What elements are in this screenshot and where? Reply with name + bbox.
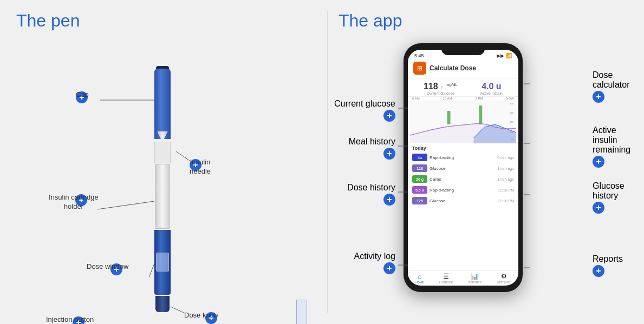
activity-item-5: 125 Glucose 12:10 PM	[408, 195, 518, 206]
today-label: Today	[408, 143, 518, 152]
reports-label: Reports +	[593, 254, 641, 277]
glucose-history-label: Glucosehistory +	[593, 181, 641, 214]
svg-text:300: 300	[510, 111, 514, 114]
pen-cap-body	[154, 69, 171, 139]
activity-item-4: 5.5 u Rapid-acting 12:10 PM	[408, 184, 518, 195]
dose-knob-label: Dose knob +	[184, 311, 238, 324]
pen-cartridge-inner	[296, 300, 307, 324]
dose-calculator-plus[interactable]: +	[593, 91, 604, 103]
current-glucose-plus[interactable]: +	[383, 110, 395, 122]
pen-cartridge	[155, 164, 170, 229]
badge-3: 20 g	[412, 175, 427, 183]
svg-text:200: 200	[510, 121, 514, 123]
status-icons: ▶▶ 📶	[497, 53, 512, 58]
activity-time-3: 1 min ago	[497, 177, 514, 181]
reports-text: Reports	[593, 254, 623, 263]
reports-icon: 📊	[471, 273, 479, 280]
activity-name-1: Rapid-acting	[430, 155, 495, 160]
injection-button-label: Injection button +	[46, 315, 111, 324]
activity-name-3: Carbs	[430, 177, 495, 182]
activity-item-2: 118 Glucose 1 min ago	[408, 163, 518, 174]
active-insulin-text: Activeinsulinremaining	[593, 125, 630, 154]
dose-history-plus[interactable]: +	[383, 194, 395, 206]
badge-2: 118	[412, 164, 427, 172]
current-glucose-display: 118 ↑ mg/dL Current Glucose	[424, 82, 458, 95]
activity-name-2: Glucose	[430, 166, 495, 171]
pen-knob-visual	[155, 296, 170, 312]
glucose-value: 118 ↑ mg/dL	[424, 82, 458, 91]
badge-1: 4u	[412, 154, 427, 161]
reports-plus[interactable]: +	[593, 265, 604, 277]
activity-log-label-text: Activity log	[354, 252, 395, 261]
activity-time-1: 0 min ago	[497, 156, 514, 160]
svg-text:400: 400	[510, 102, 514, 105]
activity-time-2: 1 min ago	[497, 167, 514, 170]
today-section: Today 4u Rapid-acting 0 min ago 118 Gluc…	[408, 143, 518, 270]
phone-wrapper: 5:45 ▶▶ 📶 ⊞ Calculate Dose 118 ↑ mg/dL	[404, 43, 523, 292]
dose-calculator-label: Dosecalculator +	[593, 70, 641, 103]
chart-area: 400 300 200 100 40	[410, 100, 516, 143]
logbook-icon: ☰	[443, 273, 449, 280]
badge-4: 5.5 u	[412, 186, 427, 194]
activity-log-label: Activity log +	[333, 252, 395, 274]
pen-diagram: Cap + Insulin needle + Insulin cartridge…	[16, 36, 311, 313]
activity-time-4: 12:10 PM	[498, 188, 514, 192]
pen-title: The pen	[16, 11, 311, 31]
glucose-label: Current Glucose	[424, 91, 458, 95]
app-title: The app	[339, 11, 633, 31]
active-insulin-label: Activeinsulinremaining +	[593, 125, 641, 168]
dose-history-label: Dose history +	[333, 183, 395, 206]
dose-window-label: Dose window +	[87, 262, 146, 275]
meal-history-label-text: Meal history	[349, 137, 395, 146]
svg-text:100: 100	[510, 130, 514, 133]
meal-history-plus[interactable]: +	[383, 148, 395, 160]
svg-rect-8	[479, 105, 482, 124]
activity-log-plus[interactable]: +	[383, 262, 395, 274]
current-glucose-label: Current glucose +	[333, 99, 395, 122]
dose-history-label-text: Dose history	[347, 183, 395, 192]
phone-notch	[441, 43, 485, 55]
header-title: Calculate Dose	[430, 64, 476, 72]
active-insulin-value: 4.0 u	[480, 82, 503, 91]
cartridge-label: Insulin cartridgeholder +	[49, 193, 114, 206]
app-icon: ⊞	[413, 62, 426, 75]
glucose-row: 118 ↑ mg/dL Current Glucose 4.0 u Active…	[408, 78, 518, 97]
status-time: 5:45	[414, 53, 424, 58]
nav-settings[interactable]: ⚙ SETTINGS	[497, 273, 511, 284]
active-insulin-display: 4.0 u Active Insulin	[480, 82, 503, 95]
activity-item-3: 20 g Carbs 1 min ago	[408, 174, 518, 184]
current-glucose-label-text: Current glucose	[334, 99, 395, 108]
nav-logbook[interactable]: ☰ LOGBOOK	[439, 273, 453, 284]
svg-line-3	[149, 263, 154, 277]
phone-screen: 5:45 ▶▶ 📶 ⊞ Calculate Dose 118 ↑ mg/dL	[408, 50, 518, 286]
pen-section: The pen Cap + I	[0, 0, 327, 324]
app-section: The app 5:45 ▶▶ 📶 ⊞ Calculate Dose	[328, 0, 644, 324]
badge-5: 125	[412, 197, 427, 204]
insulin-needle-label: Insulin needle +	[190, 158, 201, 171]
cap-label: Cap +	[76, 90, 88, 103]
glucose-history-plus[interactable]: +	[593, 202, 604, 214]
svg-rect-7	[447, 111, 451, 124]
activity-name-5: Glucose	[430, 199, 496, 203]
settings-icon: ⚙	[501, 273, 507, 280]
screen-header: ⊞ Calculate Dose	[408, 59, 518, 78]
pen-dose-window-visual	[156, 253, 169, 272]
nav-home[interactable]: ⌂ HOME	[415, 273, 424, 284]
bottom-nav: ⌂ HOME ☰ LOGBOOK 📊 REPORTS ⚙ SETTINGS	[408, 270, 518, 286]
active-insulin-label: Active Insulin	[480, 91, 503, 95]
home-icon: ⌂	[418, 273, 421, 280]
activity-time-5: 12:10 PM	[498, 199, 514, 203]
activity-item-1: 4u Rapid-acting 0 min ago	[408, 152, 518, 163]
nav-reports[interactable]: 📊 REPORTS	[469, 273, 482, 284]
dose-calculator-text: Dosecalculator	[593, 70, 629, 89]
activity-name-4: Rapid-acting	[430, 188, 496, 193]
active-insulin-plus[interactable]: +	[593, 156, 604, 168]
meal-history-label: Meal history +	[333, 137, 395, 160]
phone-frame: 5:45 ▶▶ 📶 ⊞ Calculate Dose 118 ↑ mg/dL	[404, 43, 523, 292]
pen-upper-body	[154, 142, 171, 163]
chart-svg: 400 300 200 100 40	[410, 100, 516, 143]
glucose-history-text: Glucosehistory	[593, 181, 625, 200]
